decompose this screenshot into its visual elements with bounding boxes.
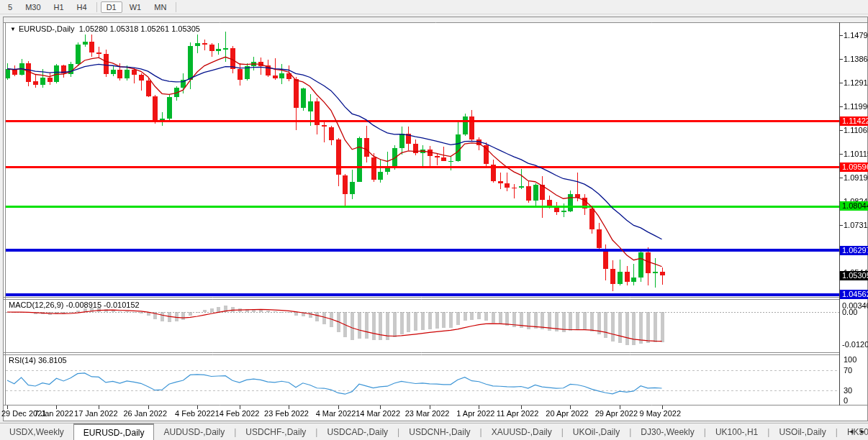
chart-canvas[interactable]: [0, 14, 868, 423]
timeframe-button-m30[interactable]: M30: [19, 1, 46, 13]
toolbar-separator: [176, 2, 176, 12]
timeframe-toolbar: 5M30H1H4D1W1MN: [0, 0, 868, 14]
toolbar-separator: [96, 2, 97, 12]
chart-tab-usdcnh-daily[interactable]: USDCNH-,Daily: [399, 423, 479, 440]
tabs-scroll-right-icon[interactable]: ►: [859, 428, 866, 435]
chart-tab-usdx-weekly[interactable]: USDX,Weekly: [0, 423, 73, 440]
chart-tab-dj30-weekly[interactable]: DJ30-,Weekly: [631, 423, 703, 440]
chart-tab-usoil-daily[interactable]: USOil-,Daily: [769, 423, 835, 440]
tabs-scroll-left-icon[interactable]: ◄: [848, 428, 854, 435]
timeframe-button-d1[interactable]: D1: [101, 1, 122, 13]
chart-tab-uk100-h1[interactable]: UK100-,H1: [706, 423, 767, 440]
timeframe-button-w1[interactable]: W1: [124, 1, 148, 13]
chart-tab-eurusd-daily[interactable]: EURUSD-,Daily: [73, 423, 155, 440]
chart-tabs-bar: USDX,WeeklyEURUSD-,DailyAUDUSD-,Daily|US…: [0, 423, 868, 440]
chart-tab-ukoil-daily[interactable]: UKOil-,Daily: [564, 423, 629, 440]
timeframe-button-mn[interactable]: MN: [148, 1, 172, 13]
timeframe-button-5[interactable]: 5: [2, 1, 18, 13]
chart-tab-xauusd-daily[interactable]: XAUUSD-,Daily: [482, 423, 561, 440]
chart-tab-audusd-daily[interactable]: AUDUSD-,Daily: [154, 423, 234, 440]
timeframe-button-h4[interactable]: H4: [71, 1, 93, 13]
tabs-scroll-arrows: ◄ ►: [848, 423, 866, 440]
chart-tab-usdcad-daily[interactable]: USDCAD-,Daily: [317, 423, 397, 440]
timeframe-button-h1[interactable]: H1: [48, 1, 70, 13]
chart-tab-usdchf-daily[interactable]: USDCHF-,Daily: [236, 423, 315, 440]
